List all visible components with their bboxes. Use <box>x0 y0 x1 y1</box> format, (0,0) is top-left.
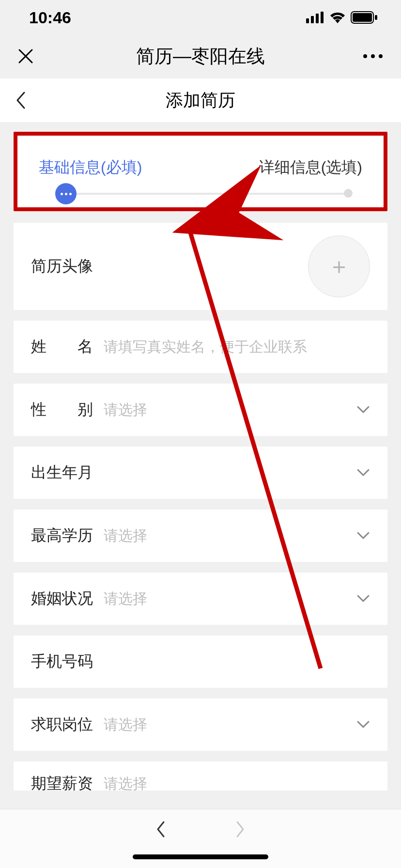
cellular-icon <box>306 12 324 23</box>
step-track <box>39 188 362 199</box>
chevron-down-icon <box>356 594 370 603</box>
field-education-placeholder: 请选择 <box>104 526 370 546</box>
step-line <box>63 193 348 195</box>
svg-rect-1 <box>311 16 314 23</box>
svg-rect-0 <box>306 18 309 23</box>
step-detail-label[interactable]: 详细信息(选填) <box>259 157 362 178</box>
chevron-down-icon <box>356 531 370 540</box>
svg-point-8 <box>371 54 375 58</box>
sub-title: 添加简历 <box>166 89 235 112</box>
field-education[interactable]: 最高学历 请选择 <box>14 510 387 562</box>
more-button[interactable] <box>362 53 384 59</box>
chevron-down-icon <box>356 468 370 477</box>
field-marriage[interactable]: 婚姻状况 请选择 <box>14 573 387 625</box>
step-dot-active <box>55 183 77 204</box>
svg-rect-2 <box>316 14 319 23</box>
wifi-icon <box>329 12 346 23</box>
field-phone[interactable]: 手机号码 <box>14 636 387 688</box>
status-icons <box>306 11 378 24</box>
nav-forward-button[interactable] <box>234 819 247 839</box>
status-time: 10:46 <box>29 8 71 27</box>
field-education-label: 最高学历 <box>31 525 104 546</box>
field-birth[interactable]: 出生年月 <box>14 447 387 499</box>
svg-point-9 <box>379 54 383 58</box>
add-avatar-button[interactable]: ＋ <box>308 235 370 297</box>
chevron-down-icon <box>356 720 370 729</box>
page-title: 简历—枣阳在线 <box>136 44 265 69</box>
field-marriage-label: 婚姻状况 <box>31 588 104 609</box>
field-salary-label: 期望薪资 <box>31 773 104 790</box>
field-marriage-placeholder: 请选择 <box>104 589 370 609</box>
field-job-placeholder: 请选择 <box>104 715 370 735</box>
home-indicator[interactable] <box>133 854 268 859</box>
stepper-card: 基础信息(必填) 详细信息(选填) <box>14 132 387 211</box>
field-gender-label: 性 别 <box>31 399 104 420</box>
field-job-label: 求职岗位 <box>31 714 104 735</box>
field-gender-placeholder: 请选择 <box>104 400 370 420</box>
field-name-placeholder: 请填写真实姓名，便于企业联系 <box>104 337 370 357</box>
field-salary-placeholder: 请选择 <box>104 774 370 791</box>
svg-rect-5 <box>353 13 372 22</box>
field-name[interactable]: 姓 名 请填写真实姓名，便于企业联系 <box>14 321 387 373</box>
status-bar: 10:46 <box>0 0 401 35</box>
close-button[interactable] <box>17 48 34 64</box>
field-name-label: 姓 名 <box>31 336 104 357</box>
nav-back-button[interactable] <box>154 819 167 839</box>
field-avatar[interactable]: 简历头像 ＋ <box>14 223 387 310</box>
back-button[interactable] <box>15 91 26 110</box>
step-basic-label[interactable]: 基础信息(必填) <box>39 157 142 178</box>
battery-icon <box>351 11 378 24</box>
field-job[interactable]: 求职岗位 请选择 <box>14 698 387 751</box>
svg-rect-6 <box>375 15 377 20</box>
step-dot-inactive <box>344 189 353 198</box>
field-gender[interactable]: 性 别 请选择 <box>14 384 387 436</box>
chevron-down-icon <box>356 405 370 414</box>
plus-icon: ＋ <box>328 251 350 281</box>
field-phone-label: 手机号码 <box>31 651 104 672</box>
svg-rect-3 <box>321 12 324 23</box>
field-salary[interactable]: 期望薪资 请选择 <box>14 761 387 790</box>
field-avatar-label: 简历头像 <box>31 256 104 277</box>
title-bar: 简历—枣阳在线 <box>0 35 401 78</box>
field-birth-label: 出生年月 <box>31 462 104 483</box>
svg-point-7 <box>363 54 367 58</box>
sub-header: 添加简历 <box>0 78 401 122</box>
bottom-nav <box>0 809 401 868</box>
